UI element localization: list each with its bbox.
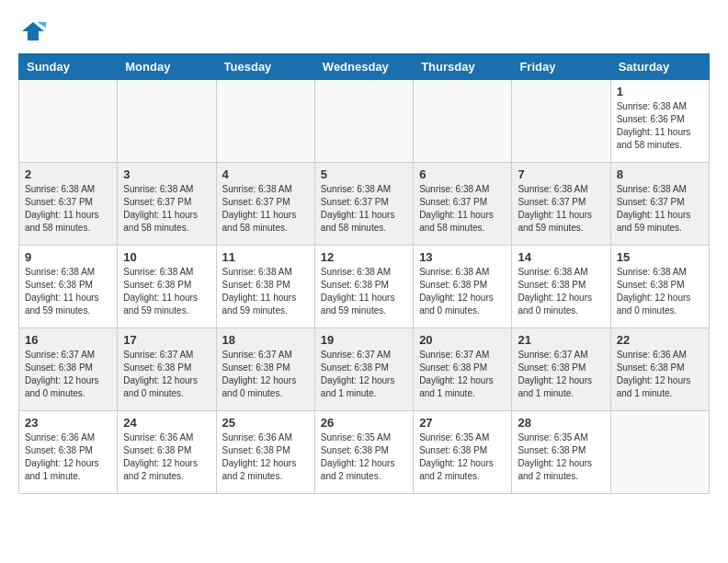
calendar-cell: 1Sunrise: 6:38 AM Sunset: 6:36 PM Daylig… — [610, 80, 709, 163]
day-info: Sunrise: 6:35 AM Sunset: 6:38 PM Dayligh… — [518, 431, 604, 483]
day-info: Sunrise: 6:38 AM Sunset: 6:38 PM Dayligh… — [617, 266, 703, 317]
calendar-cell: 15Sunrise: 6:38 AM Sunset: 6:38 PM Dayli… — [610, 246, 709, 328]
day-number: 11 — [222, 250, 309, 264]
day-number: 20 — [419, 333, 506, 347]
calendar-week-2: 2Sunrise: 6:38 AM Sunset: 6:37 PM Daylig… — [19, 163, 710, 246]
calendar-cell — [512, 80, 610, 163]
day-number: 9 — [25, 250, 111, 264]
day-info: Sunrise: 6:38 AM Sunset: 6:36 PM Dayligh… — [617, 100, 703, 152]
day-info: Sunrise: 6:37 AM Sunset: 6:38 PM Dayligh… — [123, 349, 210, 400]
day-info: Sunrise: 6:38 AM Sunset: 6:37 PM Dayligh… — [419, 183, 506, 235]
day-number: 21 — [518, 333, 604, 347]
day-number: 1 — [617, 85, 703, 98]
day-number: 28 — [518, 416, 604, 430]
calendar-cell: 19Sunrise: 6:37 AM Sunset: 6:38 PM Dayli… — [314, 328, 413, 411]
day-number: 3 — [123, 167, 210, 181]
day-number: 14 — [518, 250, 604, 264]
calendar-cell — [216, 80, 314, 163]
day-number: 26 — [321, 416, 407, 430]
calendar-cell: 2Sunrise: 6:38 AM Sunset: 6:37 PM Daylig… — [19, 163, 118, 246]
day-info: Sunrise: 6:38 AM Sunset: 6:38 PM Dayligh… — [25, 266, 111, 317]
calendar-cell: 25Sunrise: 6:36 AM Sunset: 6:38 PM Dayli… — [216, 411, 314, 494]
day-info: Sunrise: 6:38 AM Sunset: 6:37 PM Dayligh… — [518, 183, 604, 235]
day-number: 23 — [25, 416, 111, 430]
calendar-cell: 12Sunrise: 6:38 AM Sunset: 6:38 PM Dayli… — [314, 246, 413, 328]
day-info: Sunrise: 6:38 AM Sunset: 6:37 PM Dayligh… — [123, 183, 210, 235]
day-info: Sunrise: 6:38 AM Sunset: 6:38 PM Dayligh… — [222, 266, 309, 317]
day-of-week-monday: Monday — [118, 54, 216, 80]
day-of-week-wednesday: Wednesday — [314, 54, 413, 80]
day-number: 6 — [419, 167, 506, 181]
calendar-cell: 13Sunrise: 6:38 AM Sunset: 6:38 PM Dayli… — [414, 246, 512, 328]
day-info: Sunrise: 6:38 AM Sunset: 6:38 PM Dayligh… — [419, 266, 506, 317]
calendar-cell: 17Sunrise: 6:37 AM Sunset: 6:38 PM Dayli… — [118, 328, 216, 411]
day-info: Sunrise: 6:37 AM Sunset: 6:38 PM Dayligh… — [419, 349, 506, 400]
calendar-cell: 16Sunrise: 6:37 AM Sunset: 6:38 PM Dayli… — [19, 328, 118, 411]
day-number: 22 — [617, 333, 703, 347]
calendar-week-4: 16Sunrise: 6:37 AM Sunset: 6:38 PM Dayli… — [19, 328, 710, 411]
calendar-cell: 9Sunrise: 6:38 AM Sunset: 6:38 PM Daylig… — [19, 246, 118, 328]
day-of-week-tuesday: Tuesday — [216, 54, 314, 80]
day-number: 18 — [222, 333, 309, 347]
day-info: Sunrise: 6:37 AM Sunset: 6:38 PM Dayligh… — [321, 349, 407, 400]
calendar-cell: 10Sunrise: 6:38 AM Sunset: 6:38 PM Dayli… — [118, 246, 216, 328]
day-of-week-friday: Friday — [512, 54, 610, 80]
day-info: Sunrise: 6:38 AM Sunset: 6:38 PM Dayligh… — [123, 266, 210, 317]
day-of-week-saturday: Saturday — [610, 54, 709, 80]
calendar-cell — [414, 80, 512, 163]
day-info: Sunrise: 6:38 AM Sunset: 6:37 PM Dayligh… — [222, 183, 309, 235]
day-number: 19 — [321, 333, 407, 347]
calendar-cell: 14Sunrise: 6:38 AM Sunset: 6:38 PM Dayli… — [512, 246, 610, 328]
day-info: Sunrise: 6:38 AM Sunset: 6:37 PM Dayligh… — [617, 183, 703, 235]
day-number: 15 — [617, 250, 703, 264]
day-info: Sunrise: 6:37 AM Sunset: 6:38 PM Dayligh… — [222, 349, 309, 400]
day-of-week-sunday: Sunday — [19, 54, 118, 80]
calendar-cell: 7Sunrise: 6:38 AM Sunset: 6:37 PM Daylig… — [512, 163, 610, 246]
calendar-cell — [610, 411, 709, 494]
day-info: Sunrise: 6:37 AM Sunset: 6:38 PM Dayligh… — [518, 349, 604, 400]
day-info: Sunrise: 6:36 AM Sunset: 6:38 PM Dayligh… — [25, 431, 111, 483]
day-info: Sunrise: 6:38 AM Sunset: 6:37 PM Dayligh… — [321, 183, 407, 235]
calendar-week-5: 23Sunrise: 6:36 AM Sunset: 6:38 PM Dayli… — [19, 411, 710, 494]
calendar-cell: 4Sunrise: 6:38 AM Sunset: 6:37 PM Daylig… — [216, 163, 314, 246]
calendar-cell: 5Sunrise: 6:38 AM Sunset: 6:37 PM Daylig… — [314, 163, 413, 246]
calendar-cell: 28Sunrise: 6:35 AM Sunset: 6:38 PM Dayli… — [512, 411, 610, 494]
logo — [18, 18, 46, 44]
day-number: 27 — [419, 416, 506, 430]
logo-icon — [20, 18, 46, 44]
day-info: Sunrise: 6:38 AM Sunset: 6:38 PM Dayligh… — [518, 266, 604, 317]
day-info: Sunrise: 6:36 AM Sunset: 6:38 PM Dayligh… — [617, 349, 703, 400]
day-number: 12 — [321, 250, 407, 264]
day-info: Sunrise: 6:36 AM Sunset: 6:38 PM Dayligh… — [222, 431, 309, 483]
calendar-cell: 11Sunrise: 6:38 AM Sunset: 6:38 PM Dayli… — [216, 246, 314, 328]
day-info: Sunrise: 6:38 AM Sunset: 6:38 PM Dayligh… — [321, 266, 407, 317]
svg-marker-0 — [22, 22, 44, 40]
day-number: 24 — [123, 416, 210, 430]
calendar-cell: 20Sunrise: 6:37 AM Sunset: 6:38 PM Dayli… — [414, 328, 512, 411]
day-number: 13 — [419, 250, 506, 264]
calendar-cell: 8Sunrise: 6:38 AM Sunset: 6:37 PM Daylig… — [610, 163, 709, 246]
calendar: SundayMondayTuesdayWednesdayThursdayFrid… — [18, 53, 710, 494]
calendar-cell: 26Sunrise: 6:35 AM Sunset: 6:38 PM Dayli… — [314, 411, 413, 494]
calendar-cell: 21Sunrise: 6:37 AM Sunset: 6:38 PM Dayli… — [512, 328, 610, 411]
day-number: 17 — [123, 333, 210, 347]
calendar-cell: 22Sunrise: 6:36 AM Sunset: 6:38 PM Dayli… — [610, 328, 709, 411]
calendar-cell — [19, 80, 118, 163]
calendar-week-3: 9Sunrise: 6:38 AM Sunset: 6:38 PM Daylig… — [19, 246, 710, 328]
day-of-week-thursday: Thursday — [414, 54, 512, 80]
calendar-cell — [314, 80, 413, 163]
day-number: 16 — [25, 333, 111, 347]
day-info: Sunrise: 6:35 AM Sunset: 6:38 PM Dayligh… — [419, 431, 506, 483]
calendar-cell: 24Sunrise: 6:36 AM Sunset: 6:38 PM Dayli… — [118, 411, 216, 494]
day-number: 8 — [617, 167, 703, 181]
calendar-cell: 3Sunrise: 6:38 AM Sunset: 6:37 PM Daylig… — [118, 163, 216, 246]
calendar-cell — [118, 80, 216, 163]
calendar-cell: 18Sunrise: 6:37 AM Sunset: 6:38 PM Dayli… — [216, 328, 314, 411]
day-info: Sunrise: 6:38 AM Sunset: 6:37 PM Dayligh… — [25, 183, 111, 235]
day-info: Sunrise: 6:36 AM Sunset: 6:38 PM Dayligh… — [123, 431, 210, 483]
day-number: 7 — [518, 167, 604, 181]
calendar-cell: 27Sunrise: 6:35 AM Sunset: 6:38 PM Dayli… — [414, 411, 512, 494]
day-info: Sunrise: 6:37 AM Sunset: 6:38 PM Dayligh… — [25, 349, 111, 400]
day-number: 4 — [222, 167, 309, 181]
calendar-cell: 23Sunrise: 6:36 AM Sunset: 6:38 PM Dayli… — [19, 411, 118, 494]
